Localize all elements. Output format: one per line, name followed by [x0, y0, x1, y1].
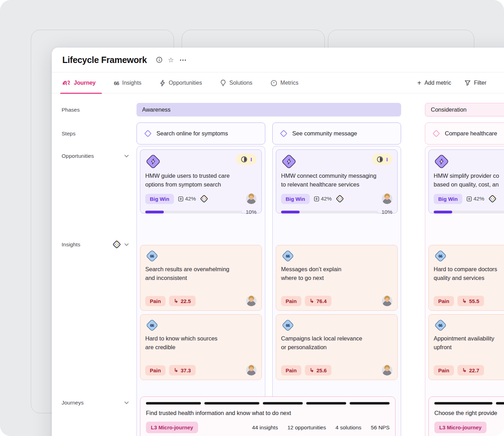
row-label-steps: Steps — [62, 122, 76, 145]
row-label-journeys[interactable]: Journeys — [62, 400, 129, 406]
row-label-insights[interactable]: Insights — [62, 240, 129, 248]
journey-level-badge: L3 Micro-journey — [434, 422, 486, 433]
effort-letter: I — [251, 156, 252, 162]
lightbulb-icon — [220, 79, 226, 86]
tab-bar: Journey 66 Insights Opportunities So — [52, 72, 504, 93]
journey-title: Choose the right provide — [434, 410, 504, 416]
stat-nps: 56 NPS — [371, 424, 390, 431]
progress-label: 10% — [382, 209, 392, 215]
step-card[interactable]: Compare healthcare — [425, 122, 504, 145]
row-label-opportunities[interactable]: Opportunities — [62, 153, 129, 159]
progress-label: 10% — [246, 209, 257, 215]
plus-square-icon — [314, 196, 319, 202]
effort-badge: I — [372, 154, 392, 165]
info-icon[interactable] — [156, 57, 162, 63]
contrast-icon — [377, 156, 383, 163]
insight-title: Hard to compare doctors quality and serv… — [434, 265, 504, 282]
quote-diamond-icon: 66 — [145, 249, 159, 262]
four-diamond-icon — [489, 195, 496, 203]
impact-score: 42% — [467, 196, 484, 202]
pain-badge: Pain — [281, 296, 301, 306]
journey-step-bars — [434, 402, 504, 405]
score-badge: ↳55.5 — [457, 296, 484, 306]
filter-funnel-icon — [464, 80, 471, 86]
step-label: Compare healthcare — [445, 130, 497, 137]
more-options-icon[interactable]: ⋯ — [180, 56, 187, 64]
progress-bar: 10% — [281, 209, 392, 215]
progress-bar: 10% — [145, 209, 257, 215]
big-win-badge: Big Win — [145, 194, 174, 204]
opportunity-title: HMW simplify provider co based on qualit… — [434, 171, 504, 189]
insight-card[interactable]: 66 Appointment availability upfront Pain… — [428, 314, 504, 380]
score-badge: ↳76.4 — [305, 296, 332, 306]
phase-pill-consideration[interactable]: Consideration — [425, 103, 504, 117]
insight-card[interactable]: 66 Campaigns lack local relevance or per… — [276, 314, 398, 380]
filter-label: Filter — [474, 80, 486, 86]
tab-journey[interactable]: Journey — [62, 72, 96, 93]
tab-insights-label: Insights — [122, 80, 141, 86]
four-diamond-icon — [113, 240, 121, 248]
journey-card[interactable]: Find trusted health information and know… — [140, 396, 396, 436]
journey-step-bars — [146, 402, 390, 405]
stat-solutions: 4 solutions — [335, 424, 361, 431]
plus-square-icon — [178, 196, 183, 202]
stat-opportunities: 12 opportunities — [287, 424, 326, 431]
opportunity-card[interactable]: I HMW connect community messaging to rel… — [276, 149, 398, 213]
pain-badge: Pain — [281, 365, 301, 375]
tab-metrics[interactable]: Metrics — [271, 72, 299, 93]
opportunity-card[interactable]: I HMW simplify provider co based on qual… — [428, 149, 504, 213]
insight-card[interactable]: 66 Search results are overwhelming and i… — [140, 245, 262, 311]
journey-card[interactable]: Choose the right provide L3 Micro-journe… — [428, 396, 504, 436]
progress-bar: 10% — [434, 209, 504, 215]
gauge-icon — [271, 80, 277, 86]
tab-insights[interactable]: 66 Insights — [114, 72, 141, 93]
avatar — [246, 365, 257, 375]
chevron-down-icon[interactable] — [124, 155, 129, 157]
journey-squiggle-icon — [62, 80, 71, 86]
chevron-down-icon[interactable] — [124, 243, 129, 246]
pain-badge: Pain — [145, 296, 166, 306]
stat-insights: 44 insights — [252, 424, 278, 431]
insight-card[interactable]: 66 Hard to compare doctors quality and s… — [428, 245, 504, 311]
big-win-badge: Big Win — [434, 194, 462, 204]
star-icon[interactable]: ☆ — [168, 57, 174, 63]
tab-opportunities[interactable]: Opportunities — [160, 72, 202, 93]
opportunity-title: HMW guide users to trusted care options … — [145, 171, 257, 189]
arrow-icon: ↳ — [174, 298, 178, 304]
opportunities-label: Opportunities — [62, 153, 94, 159]
score-badge: ↳37.3 — [169, 365, 196, 375]
score-badge: ↳25.6 — [305, 365, 332, 375]
quote-diamond-icon: 66 — [434, 249, 447, 262]
step-diamond-icon — [144, 130, 152, 137]
insights-label: Insights — [62, 241, 80, 248]
row-label-phases: Phases — [62, 103, 80, 117]
page-title: Lifecycle Framework — [62, 55, 147, 65]
lifecycle-framework-window: Lifecycle Framework ☆ ⋯ Journey 66 — [52, 48, 504, 436]
impact-score: 42% — [178, 196, 196, 202]
step-card[interactable]: Search online for symptoms — [136, 122, 265, 145]
chevron-down-icon[interactable] — [124, 401, 129, 404]
arrow-icon: ↳ — [174, 367, 178, 373]
step-diamond-icon — [280, 130, 287, 137]
journeys-label: Journeys — [62, 400, 84, 406]
desktop-background: Lifecycle Framework ☆ ⋯ Journey 66 — [0, 0, 504, 436]
avatar — [382, 296, 392, 306]
phase-pill-awareness[interactable]: Awareness — [136, 103, 401, 117]
arrow-icon: ↳ — [310, 298, 314, 304]
tab-solutions[interactable]: Solutions — [220, 72, 252, 93]
opportunity-diamond-icon — [145, 154, 161, 169]
arrow-icon: ↳ — [462, 367, 467, 373]
plus-icon: + — [417, 79, 421, 86]
arrow-icon: ↳ — [310, 367, 314, 373]
insight-card[interactable]: 66 Hard to know which sources are credib… — [140, 314, 262, 380]
add-metric-label: Add metric — [425, 80, 451, 86]
opportunity-card[interactable]: I HMW guide users to trusted care option… — [140, 149, 262, 213]
avatar — [246, 194, 257, 204]
step-card[interactable]: See community message — [272, 122, 401, 145]
four-diamond-icon — [200, 195, 208, 203]
insight-card[interactable]: 66 Messages don’t explain where to go ne… — [276, 245, 398, 311]
filter-button[interactable]: Filter — [464, 80, 486, 86]
add-metric-button[interactable]: + Add metric — [417, 79, 451, 86]
pain-badge: Pain — [434, 365, 454, 375]
big-win-badge: Big Win — [281, 194, 310, 204]
